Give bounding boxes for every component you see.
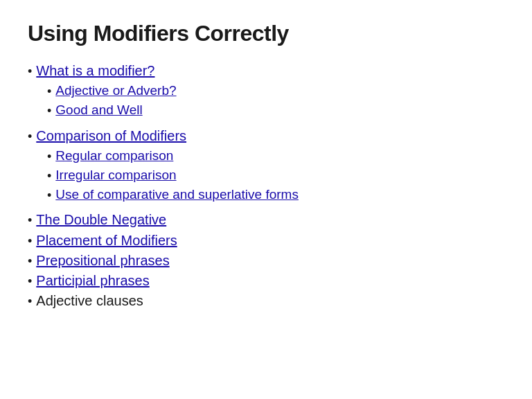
page-title: Using Modifiers Correctly <box>28 21 504 46</box>
bullet-icon: • <box>47 168 51 185</box>
sublist-1: •Regular comparison•Irregular comparison… <box>47 148 299 207</box>
bullet-icon: • <box>28 63 32 80</box>
list-item-2[interactable]: •The Double Negative <box>28 212 504 229</box>
bullet-icon: • <box>28 128 32 145</box>
bullet-icon: • <box>28 212 32 229</box>
main-outline: •What is a modifier?•Adjective or Adverb… <box>28 63 504 310</box>
bullet-icon: • <box>47 83 51 100</box>
sublist-item-0-1[interactable]: •Good and Well <box>47 103 177 120</box>
item-label-4[interactable]: Prepositional phrases <box>36 253 169 269</box>
subitem-label-0-1[interactable]: Good and Well <box>55 103 142 118</box>
subitem-label-1-1[interactable]: Irregular comparison <box>55 168 176 183</box>
sublist-item-1-1[interactable]: •Irregular comparison <box>47 168 299 185</box>
sublist-0: •Adjective or Adverb?•Good and Well <box>47 83 177 122</box>
bullet-icon: • <box>28 273 32 290</box>
list-item-6: •Adjective clauses <box>28 293 504 310</box>
item-label-5[interactable]: Participial phrases <box>36 273 149 289</box>
list-item-5[interactable]: •Participial phrases <box>28 273 504 290</box>
bullet-icon: • <box>47 187 51 204</box>
subitem-label-1-0[interactable]: Regular comparison <box>55 148 173 163</box>
list-item-3[interactable]: •Placement of Modifiers <box>28 233 504 250</box>
item-label-0[interactable]: What is a modifier? <box>36 63 154 79</box>
bullet-icon: • <box>28 293 32 310</box>
item-label-3[interactable]: Placement of Modifiers <box>36 233 177 249</box>
list-item-4[interactable]: •Prepositional phrases <box>28 253 504 270</box>
sublist-item-1-2[interactable]: •Use of comparative and superlative form… <box>47 187 299 204</box>
item-label-2[interactable]: The Double Negative <box>36 212 166 228</box>
subitem-label-1-2[interactable]: Use of comparative and superlative forms <box>55 187 299 202</box>
bullet-icon: • <box>28 233 32 250</box>
item-label-6: Adjective clauses <box>36 293 143 309</box>
list-item-0[interactable]: •What is a modifier?•Adjective or Adverb… <box>28 63 504 125</box>
list-item-1[interactable]: •Comparison of Modifiers•Regular compari… <box>28 128 504 210</box>
sublist-item-0-0[interactable]: •Adjective or Adverb? <box>47 83 177 100</box>
bullet-icon: • <box>47 148 51 166</box>
sublist-item-1-0[interactable]: •Regular comparison <box>47 148 299 166</box>
bullet-icon: • <box>47 103 51 120</box>
item-label-1[interactable]: Comparison of Modifiers <box>36 128 186 144</box>
bullet-icon: • <box>28 253 32 270</box>
subitem-label-0-0[interactable]: Adjective or Adverb? <box>55 83 176 98</box>
